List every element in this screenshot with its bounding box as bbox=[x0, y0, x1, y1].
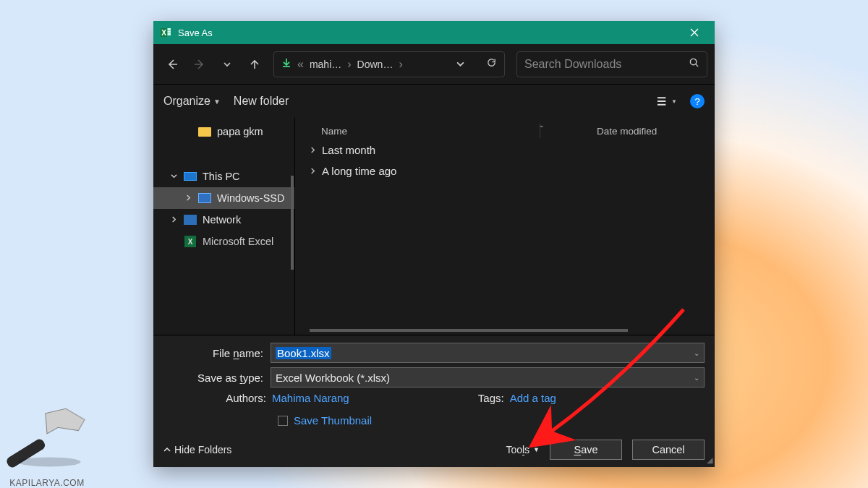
filename-input[interactable]: Book1.xlsx ⌄ bbox=[271, 343, 705, 363]
tree-label: Windows-SSD bbox=[217, 192, 284, 204]
resize-grip-icon[interactable]: ◢ bbox=[707, 455, 712, 465]
explorer-body: papa gkm This PC Windows-SSD Network X bbox=[153, 118, 715, 335]
chevron-right-icon bbox=[310, 145, 316, 155]
tree-label: Network bbox=[203, 214, 241, 226]
svg-rect-6 bbox=[168, 31, 171, 33]
close-icon bbox=[690, 28, 699, 37]
chevron-down-icon[interactable]: ⌄ bbox=[694, 349, 699, 357]
column-headers[interactable]: Name ⌄ Date modified bbox=[308, 122, 715, 140]
watermark: KAPILARYA.COM bbox=[0, 391, 94, 488]
save-as-dialog: X Save As « mahi… › Down… › bbox=[153, 21, 715, 467]
new-folder-label: New folder bbox=[234, 95, 289, 108]
column-name[interactable]: Name bbox=[308, 126, 540, 137]
titlebar: X Save As bbox=[153, 21, 715, 44]
svg-point-8 bbox=[690, 59, 696, 64]
chevron-right-icon: › bbox=[399, 58, 402, 71]
folder-tree[interactable]: papa gkm This PC Windows-SSD Network X bbox=[153, 118, 295, 335]
organize-button[interactable]: Organize ▼ bbox=[163, 95, 221, 108]
organize-label: Organize bbox=[163, 95, 210, 108]
tree-item-papa-gkm[interactable]: papa gkm bbox=[153, 121, 294, 142]
tags-value[interactable]: Add a tag bbox=[510, 392, 556, 404]
refresh-icon bbox=[486, 57, 497, 68]
close-button[interactable] bbox=[680, 21, 709, 44]
chevron-down-icon bbox=[169, 172, 178, 181]
tree-item-ms-excel[interactable]: X Microsoft Excel bbox=[153, 231, 294, 252]
search-input[interactable]: Search Downloads bbox=[516, 51, 707, 77]
caret-down-icon: ▼ bbox=[533, 446, 540, 453]
tree-item-network[interactable]: Network bbox=[153, 209, 294, 231]
organize-toolbar: Organize ▼ New folder ▼ ? bbox=[153, 85, 715, 118]
svg-text:X: X bbox=[161, 29, 166, 37]
chevron-down-icon bbox=[456, 60, 464, 68]
watermark-text: KAPILARYA.COM bbox=[9, 478, 84, 488]
chevron-down-icon[interactable]: ⌄ bbox=[694, 374, 699, 382]
column-date-label: Date modified bbox=[597, 126, 657, 137]
chevron-right-icon bbox=[169, 215, 178, 224]
drive-icon bbox=[198, 193, 211, 203]
network-icon bbox=[184, 215, 197, 225]
save-thumbnail-label[interactable]: Save Thumbnail bbox=[294, 414, 372, 427]
tree-item-windows-ssd[interactable]: Windows-SSD bbox=[153, 187, 294, 209]
view-options-button[interactable]: ▼ bbox=[657, 92, 677, 111]
dialog-title: Save As bbox=[178, 27, 674, 38]
save-form: File name: Book1.xlsx ⌄ Save as type: Ex… bbox=[153, 335, 715, 467]
filename-label: File name: bbox=[163, 347, 271, 359]
help-icon: ? bbox=[694, 96, 699, 107]
breadcrumb-ellipsis: « bbox=[297, 58, 304, 71]
address-bar[interactable]: « mahi… › Down… › bbox=[273, 51, 505, 77]
caret-down-icon: ▼ bbox=[213, 98, 221, 106]
tree-label: Microsoft Excel bbox=[203, 236, 273, 247]
search-icon bbox=[689, 57, 699, 71]
arrow-right-icon bbox=[194, 59, 205, 70]
refresh-button[interactable] bbox=[486, 57, 497, 71]
breadcrumb-item[interactable]: Down… bbox=[357, 59, 393, 70]
up-button[interactable] bbox=[243, 53, 266, 76]
tree-label: This PC bbox=[203, 171, 240, 182]
hide-folders-label: Hide Folders bbox=[174, 444, 231, 455]
breadcrumb-item[interactable]: mahi… bbox=[310, 59, 341, 70]
tools-label: Tools bbox=[506, 444, 529, 455]
save-button[interactable]: Save bbox=[550, 440, 622, 460]
chevron-right-icon bbox=[310, 166, 316, 176]
list-view-icon bbox=[657, 96, 669, 106]
sort-indicator-icon: ⌄ bbox=[539, 121, 545, 129]
chevron-up-icon bbox=[163, 444, 171, 455]
this-pc-icon bbox=[184, 172, 197, 181]
chevron-right-icon bbox=[184, 194, 192, 202]
save-thumbnail-checkbox[interactable] bbox=[278, 416, 288, 426]
svg-rect-7 bbox=[168, 33, 171, 35]
tree-scrollbar[interactable] bbox=[291, 176, 294, 270]
folder-icon bbox=[198, 127, 211, 137]
save-as-type-value: Excel Workbook (*.xlsx) bbox=[276, 372, 390, 384]
address-dropdown[interactable] bbox=[456, 58, 464, 71]
excel-app-icon: X bbox=[159, 26, 172, 39]
group-label: A long time ago bbox=[322, 165, 396, 177]
hide-folders-button[interactable]: Hide Folders bbox=[163, 444, 231, 455]
column-date-modified[interactable]: ⌄ Date modified bbox=[540, 124, 657, 138]
group-label: Last month bbox=[322, 144, 375, 156]
group-last-month[interactable]: Last month bbox=[308, 140, 715, 160]
help-button[interactable]: ? bbox=[690, 94, 705, 108]
authors-label: Authors: bbox=[205, 392, 272, 404]
authors-value[interactable]: Mahima Narang bbox=[272, 392, 349, 404]
chevron-right-icon: › bbox=[347, 58, 351, 71]
tools-button[interactable]: Tools ▼ bbox=[506, 444, 540, 455]
save-as-type-select[interactable]: Excel Workbook (*.xlsx) ⌄ bbox=[271, 367, 705, 388]
filename-value: Book1.xlsx bbox=[276, 347, 331, 359]
back-button[interactable] bbox=[161, 53, 184, 76]
tree-item-this-pc[interactable]: This PC bbox=[153, 166, 294, 187]
horizontal-scrollbar[interactable] bbox=[310, 329, 628, 332]
file-list[interactable]: Name ⌄ Date modified Last month A long t… bbox=[295, 118, 715, 335]
group-long-ago[interactable]: A long time ago bbox=[308, 160, 715, 181]
recent-locations-button[interactable] bbox=[216, 53, 239, 76]
hammer-icon bbox=[0, 391, 94, 478]
tree-label: papa gkm bbox=[217, 126, 263, 137]
save-as-type-label: Save as type: bbox=[163, 372, 271, 384]
caret-down-icon: ▼ bbox=[671, 98, 677, 105]
forward-button[interactable] bbox=[188, 53, 211, 76]
navigation-bar: « mahi… › Down… › Search Downloads bbox=[153, 44, 715, 85]
new-folder-button[interactable]: New folder bbox=[234, 95, 289, 108]
downloads-icon bbox=[281, 58, 292, 70]
cancel-button[interactable]: Cancel bbox=[632, 440, 705, 460]
svg-point-1 bbox=[18, 457, 81, 466]
